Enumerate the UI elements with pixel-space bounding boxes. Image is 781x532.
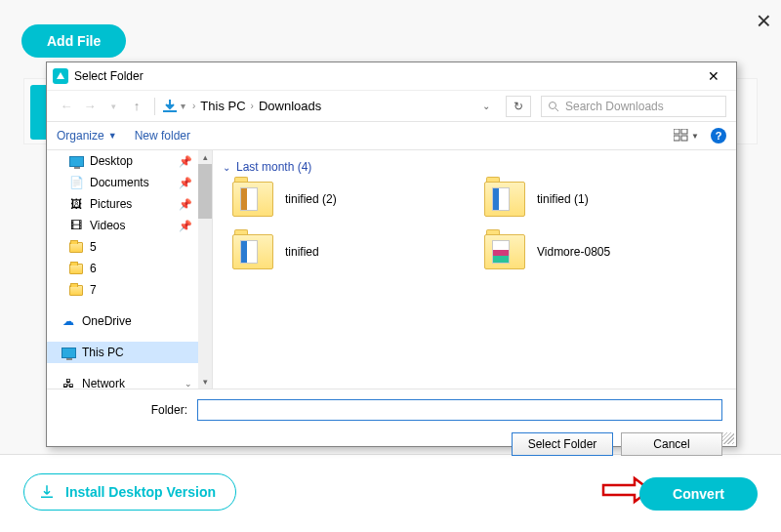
folder-field-label: Folder: [61,403,187,417]
sidebar-item-folder-6[interactable]: 6 [47,258,212,279]
folder-item-label: tinified (1) [537,192,589,206]
desktop-icon [68,154,84,168]
convert-button[interactable]: Convert [639,477,758,511]
pictures-icon: 🖼 [68,197,84,211]
this-pc-icon [61,346,76,359]
organize-menu[interactable]: Organize ▼ [57,129,117,143]
folder-item-label: Vidmore-0805 [537,245,610,259]
sidebar-item-this-pc[interactable]: This PC [47,342,212,363]
dialog-titlebar: Select Folder ✕ [47,62,736,90]
pin-icon: 📌 [179,177,192,189]
dialog-close-button[interactable]: ✕ [697,68,730,84]
install-desktop-label: Install Desktop Version [65,484,216,500]
sidebar-item-documents[interactable]: 📄Documents📌 [47,172,212,193]
sidebar-item-onedrive[interactable]: ☁OneDrive [47,310,212,332]
group-header[interactable]: ⌄ Last month (4) [213,150,736,182]
pin-icon: 📌 [179,155,192,168]
folder-item[interactable]: tinified (2) [232,182,484,217]
view-options-button[interactable]: ▼ [674,129,699,143]
dialog-footer: Folder: Select Folder Cancel [47,389,736,456]
view-icon [674,129,689,143]
folder-icon [232,234,273,269]
svg-rect-5 [674,136,679,141]
svg-point-1 [550,102,556,108]
search-icon [548,101,559,112]
install-desktop-button[interactable]: Install Desktop Version [23,473,236,511]
sidebar-item-pictures[interactable]: 🖼Pictures📌 [47,193,212,215]
videos-icon: 🎞 [68,219,84,232]
chevron-down-icon: ▼ [108,131,117,141]
select-folder-button[interactable]: Select Folder [512,432,613,456]
nav-back-button[interactable]: ← [57,99,76,113]
breadcrumb-root[interactable]: This PC [200,99,245,113]
breadcrumb-dropdown-icon[interactable]: ⌄ [482,101,496,111]
app-logo-icon [53,68,68,84]
folder-item[interactable]: tinified (1) [484,182,736,217]
sidebar-item-desktop[interactable]: Desktop📌 [47,150,212,172]
new-folder-button[interactable]: New folder [135,129,190,143]
breadcrumb[interactable]: › This PC › Downloads ⌄ [189,99,496,113]
folder-icon [484,182,525,217]
chevron-down-icon: ⌄ [223,162,230,173]
content-pane: ⌄ Last month (4) tinified (2) tinified (… [213,150,736,389]
svg-line-2 [555,108,558,111]
folder-icon [68,283,84,297]
nav-row: ← → ▾ ↑ ▾ › This PC › Downloads ⌄ ↻ Sear… [47,90,736,121]
folder-icon [232,182,273,217]
sidebar-scrollbar-thumb[interactable] [198,164,212,219]
chevron-down-icon: ▼ [691,132,699,141]
help-button[interactable]: ? [711,128,726,143]
folder-item[interactable]: tinified [232,234,484,269]
folder-item-label: tinified [285,245,319,259]
sidebar-item-network[interactable]: 🖧Network⌄ [47,373,212,389]
cancel-button[interactable]: Cancel [621,432,722,456]
scroll-up-button[interactable]: ▴ [198,150,212,164]
folder-item-label: tinified (2) [285,192,337,206]
dialog-title: Select Folder [74,69,144,83]
folder-icon [68,240,84,254]
nav-forward-button[interactable]: → [80,99,100,113]
recent-locations-dropdown[interactable]: ▾ [103,102,123,111]
search-input[interactable]: Search Downloads [541,96,726,117]
sidebar: Desktop📌 📄Documents📌 🖼Pictures📌 🎞Videos📌… [47,150,213,389]
svg-rect-4 [681,129,687,134]
nav-up-button[interactable]: ↑ [127,99,146,113]
folder-icon [68,262,84,275]
folder-icon [484,234,525,269]
select-folder-dialog: Select Folder ✕ ← → ▾ ↑ ▾ › This PC › Do… [46,61,737,447]
pin-icon: 📌 [179,198,192,211]
svg-rect-3 [674,129,679,134]
pin-icon: 📌 [179,220,192,232]
sidebar-item-folder-5[interactable]: 5 [47,236,212,258]
add-file-button[interactable]: Add File [21,24,126,58]
refresh-button[interactable]: ↻ [506,96,531,117]
documents-icon: 📄 [68,176,84,189]
downloads-icon [163,100,177,113]
scroll-down-button[interactable]: ▾ [198,375,212,389]
resize-grip[interactable] [722,432,734,444]
sidebar-item-videos[interactable]: 🎞Videos📌 [47,215,212,236]
search-placeholder: Search Downloads [565,100,664,113]
chevron-down-icon: ⌄ [185,379,192,389]
svg-rect-6 [681,136,687,141]
onedrive-icon: ☁ [61,314,76,328]
close-icon[interactable]: × [757,6,771,36]
folder-name-input[interactable] [197,399,722,421]
sidebar-item-folder-7[interactable]: 7 [47,279,212,301]
network-icon: 🖧 [61,377,76,389]
dialog-toolbar: Organize ▼ New folder ▼ ? [47,121,736,150]
download-icon [38,483,56,501]
breadcrumb-child[interactable]: Downloads [259,99,321,113]
folder-item[interactable]: Vidmore-0805 [484,234,736,269]
svg-rect-0 [163,110,177,112]
